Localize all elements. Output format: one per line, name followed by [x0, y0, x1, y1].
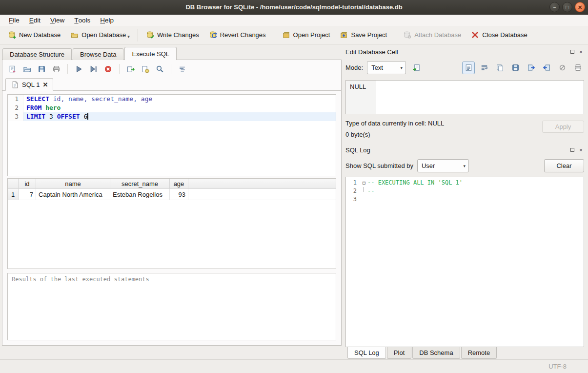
table-row[interactable]: 17Captain North AmericaEsteban Rogelios9…: [8, 189, 336, 200]
import-text-button[interactable]: [410, 62, 423, 74]
window-close-button[interactable]: ×: [575, 2, 585, 12]
log-editor[interactable]: 1⊟-- EXECUTING ALL IN 'SQL 1'2--3: [345, 177, 584, 347]
execute-all-button[interactable]: [73, 63, 85, 75]
menu-item-tools[interactable]: Tools: [69, 15, 95, 26]
execute-all-icon: [75, 65, 83, 73]
line-number: 1: [346, 179, 361, 187]
tab-sql-1[interactable]: SQL 1 ✕: [5, 78, 53, 91]
tab-new-button[interactable]: [6, 63, 19, 75]
find-replace-button[interactable]: [154, 63, 166, 75]
float-panel-icon[interactable]: [569, 49, 575, 55]
tab-plot[interactable]: Plot: [387, 347, 411, 359]
export-results-icon: [126, 65, 135, 73]
cell-toolbar-right: [462, 62, 584, 74]
tab-browse-data[interactable]: Browse Data: [73, 48, 123, 60]
cell[interactable]: Captain North America: [36, 189, 110, 200]
text-cursor: [87, 113, 88, 120]
export-results-button[interactable]: [124, 63, 137, 75]
save-sql-file-button[interactable]: [36, 63, 48, 75]
menu-item-help[interactable]: Help: [95, 15, 119, 26]
log-filter-select[interactable]: User ▾: [417, 159, 469, 172]
sql-log-header: SQL Log ×: [345, 145, 584, 155]
window-title: DB Browser for SQLite - /home/user/code/…: [0, 3, 588, 11]
cell-editor[interactable]: NULL: [345, 80, 584, 114]
mode-select[interactable]: Text ▾: [367, 61, 406, 74]
column-header-secret-name[interactable]: secret_name: [110, 179, 170, 188]
toolbar-write-changes-button[interactable]: Write Changes: [141, 27, 204, 43]
column-header-id[interactable]: id: [19, 179, 36, 188]
menu-item-view[interactable]: View: [45, 15, 69, 26]
print-button[interactable]: [50, 63, 62, 75]
word-wrap-button[interactable]: [478, 62, 490, 74]
editor-line[interactable]: 1SELECT id, name, secret_name, age: [8, 95, 336, 104]
code-token: id, name, secret_name, age: [53, 95, 153, 103]
toolbar-close-database-button[interactable]: Close Database: [466, 27, 532, 43]
toolbar-revert-changes-button[interactable]: Revert Changes: [204, 27, 271, 43]
toolbar-new-database-button[interactable]: New Database: [3, 27, 65, 43]
attach-database-icon: [403, 31, 411, 39]
sql-editor[interactable]: 1SELECT id, name, secret_name, age2FROM …: [7, 94, 336, 176]
cell-mode-row: Mode: Text ▾: [345, 61, 584, 74]
column-header-age[interactable]: age: [170, 179, 188, 188]
code-token: FROM: [26, 104, 41, 111]
tab-sql-log[interactable]: SQL Log: [347, 347, 386, 359]
dropdown-caret-icon[interactable]: ▾: [127, 31, 130, 39]
apply-button[interactable]: Apply: [542, 121, 584, 133]
cell[interactable]: 93: [170, 189, 188, 200]
tab-execute-sql[interactable]: Execute SQL: [124, 47, 177, 60]
cell[interactable]: Esteban Rogelios: [110, 189, 170, 200]
sql-toolbar: [2, 60, 341, 78]
tab-new-icon: [8, 65, 17, 73]
clear-log-button[interactable]: Clear: [544, 159, 584, 172]
import-text-icon: [412, 63, 421, 72]
text-mode-button[interactable]: [462, 62, 475, 74]
log-text: -- EXECUTING ALL IN 'SQL 1': [367, 179, 463, 187]
sql-file-icon: [11, 81, 19, 89]
window-maximize-button[interactable]: □: [562, 2, 572, 12]
mode-value: Text: [371, 64, 383, 71]
window-minimize-button[interactable]: −: [549, 2, 560, 12]
sql-tab-bar: SQL 1 ✕: [2, 78, 341, 91]
save-view-button[interactable]: [139, 63, 151, 75]
tab-db-schema[interactable]: DB Schema: [412, 347, 460, 359]
toolbar-open-project-button[interactable]: Open Project: [277, 27, 335, 43]
set-null-button[interactable]: [556, 62, 568, 74]
copy-button[interactable]: [493, 62, 506, 74]
set-null-icon: [558, 63, 567, 72]
log-line: 2--: [346, 187, 584, 195]
editor-line[interactable]: 2FROM hero: [8, 104, 336, 112]
toolbar-attach-database-button[interactable]: Attach Database: [398, 27, 466, 43]
close-database-icon: [471, 31, 479, 39]
save-project-icon: [340, 31, 348, 39]
toolbar-button-label: Open Project: [293, 31, 330, 39]
tab-database-structure[interactable]: Database Structure: [2, 48, 72, 60]
collapse-icon[interactable]: ⊟: [361, 179, 367, 187]
float-panel-icon[interactable]: [569, 147, 575, 153]
menu-bar: FileEditViewToolsHelp: [0, 15, 588, 26]
execute-sql-panel: SQL 1 ✕ 1SELECT id, name, secret_name, a…: [2, 60, 342, 346]
toolbar-save-project-button[interactable]: Save Project: [335, 27, 392, 43]
tab-remote[interactable]: Remote: [461, 347, 497, 359]
toolbar-open-database-button[interactable]: Open Database▾: [65, 27, 135, 43]
line-number: 1: [8, 95, 23, 104]
menu-item-file[interactable]: File: [4, 15, 24, 26]
column-header-name[interactable]: name: [36, 179, 110, 188]
print-cell-button[interactable]: [571, 62, 584, 74]
close-tab-icon[interactable]: ✕: [42, 81, 48, 88]
close-panel-icon[interactable]: ×: [578, 49, 584, 55]
format-sql-button[interactable]: [176, 63, 188, 75]
import-cell-button[interactable]: [540, 62, 553, 74]
close-panel-icon[interactable]: ×: [578, 147, 584, 153]
menu-item-edit[interactable]: Edit: [24, 15, 45, 26]
cell[interactable]: 7: [19, 189, 36, 200]
cell-info-lines: Type of data currently in cell: NULL 0 b…: [345, 120, 542, 138]
execute-current-line-button[interactable]: [87, 63, 100, 75]
stop-button[interactable]: [102, 63, 114, 75]
stop-icon: [104, 65, 112, 73]
export-cell-button[interactable]: [525, 62, 537, 74]
code-token: SELECT: [26, 95, 49, 103]
open-sql-file-button[interactable]: [21, 63, 33, 75]
editor-line[interactable]: 3LIMIT 3 OFFSET 6: [8, 112, 336, 121]
titlebar[interactable]: DB Browser for SQLite - /home/user/code/…: [0, 0, 588, 15]
save-cell-button[interactable]: [509, 62, 522, 74]
